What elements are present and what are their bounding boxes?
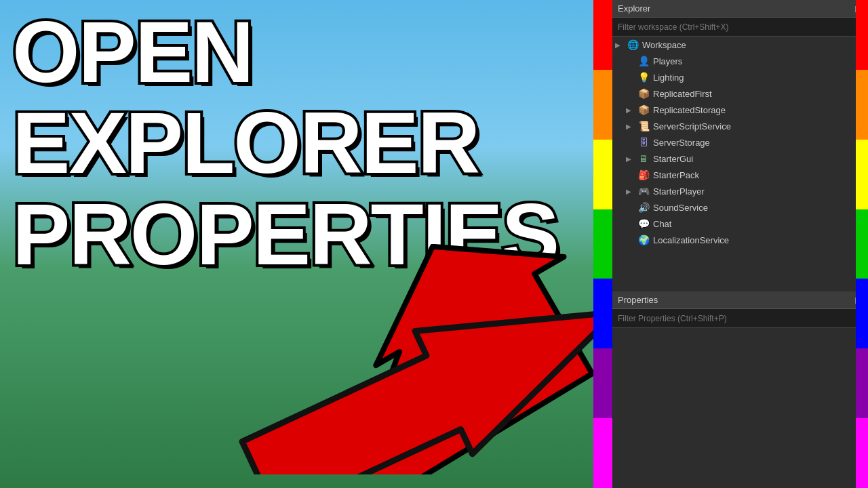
chevron-icon: ▶ bbox=[626, 106, 637, 114]
item-label: Workspace bbox=[642, 40, 686, 50]
item-label: Chat bbox=[653, 219, 671, 229]
explorer-list-item[interactable]: 👤Players bbox=[612, 53, 868, 69]
item-icon: 📜 bbox=[637, 119, 650, 133]
explorer-filter[interactable]: Filter workspace (Ctrl+Shift+X) bbox=[612, 18, 868, 37]
item-label: Players bbox=[653, 56, 682, 66]
item-label: ServerScriptService bbox=[653, 121, 731, 131]
item-label: SoundService bbox=[653, 203, 708, 213]
item-icon: 🌍 bbox=[637, 233, 650, 247]
properties-content bbox=[612, 328, 868, 488]
explorer-list-item[interactable]: 🌍LocalizationService bbox=[612, 232, 868, 248]
rainbow-bar bbox=[593, 0, 612, 488]
chevron-icon: ▶ bbox=[626, 123, 637, 130]
chevron-icon: ▶ bbox=[626, 188, 637, 195]
filter-workspace-text: Filter workspace (Ctrl+Shift+X) bbox=[618, 22, 728, 32]
properties-header: Properties ⊟ bbox=[612, 291, 868, 309]
item-icon: 🗄 bbox=[637, 136, 650, 149]
item-label: StarterPack bbox=[653, 170, 699, 180]
item-icon: 🌐 bbox=[626, 38, 639, 52]
explorer-panel: Explorer ⊟ Filter workspace (Ctrl+Shift+… bbox=[612, 0, 868, 291]
explorer-list: ▶🌐Workspace👤Players💡Lighting📦ReplicatedF… bbox=[612, 37, 868, 291]
explorer-list-item[interactable]: 📦ReplicatedFirst bbox=[612, 85, 868, 102]
item-label: StarterGui bbox=[653, 154, 693, 164]
item-icon: 🔊 bbox=[637, 201, 650, 214]
item-label: ServerStorage bbox=[653, 138, 710, 148]
properties-filter[interactable]: Filter Properties (Ctrl+Shift+P) bbox=[612, 309, 868, 328]
item-icon: 👤 bbox=[637, 54, 650, 68]
background-scene bbox=[0, 0, 614, 488]
item-icon: 💬 bbox=[637, 217, 650, 230]
item-label: Lighting bbox=[653, 73, 684, 83]
properties-title: Properties bbox=[618, 295, 658, 305]
item-label: LocalizationService bbox=[653, 235, 729, 245]
explorer-list-item[interactable]: ▶🎮StarterPlayer bbox=[612, 183, 868, 199]
rainbow-right-bar bbox=[856, 0, 868, 488]
filter-properties-text: Filter Properties (Ctrl+Shift+P) bbox=[618, 314, 727, 323]
item-icon: 🎒 bbox=[637, 168, 650, 182]
explorer-list-item[interactable]: ▶🖥StarterGui bbox=[612, 150, 868, 167]
explorer-list-item[interactable]: 💡Lighting bbox=[612, 69, 868, 85]
explorer-title: Explorer bbox=[618, 3, 650, 14]
item-label: StarterPlayer bbox=[653, 186, 705, 197]
item-label: ReplicatedStorage bbox=[653, 105, 726, 115]
item-label: ReplicatedFirst bbox=[653, 89, 712, 99]
item-icon: 📦 bbox=[637, 87, 650, 100]
chevron-icon: ▶ bbox=[615, 41, 626, 49]
item-icon: 🖥 bbox=[637, 152, 650, 165]
explorer-list-item[interactable]: 🎒StarterPack bbox=[612, 167, 868, 183]
chevron-icon: ▶ bbox=[626, 155, 637, 163]
item-icon: 🎮 bbox=[637, 184, 650, 198]
item-icon: 💡 bbox=[637, 70, 650, 84]
explorer-list-item[interactable]: 🔊SoundService bbox=[612, 199, 868, 216]
explorer-list-item[interactable]: ▶🌐Workspace bbox=[612, 37, 868, 53]
explorer-list-item[interactable]: 🗄ServerStorage bbox=[612, 134, 868, 150]
explorer-list-item[interactable]: ▶📜ServerScriptService bbox=[612, 118, 868, 134]
item-icon: 📦 bbox=[637, 103, 650, 117]
explorer-list-item[interactable]: 💬Chat bbox=[612, 216, 868, 232]
explorer-header: Explorer ⊟ bbox=[612, 0, 868, 18]
properties-panel: Properties ⊟ Filter Properties (Ctrl+Shi… bbox=[612, 291, 868, 488]
explorer-list-item[interactable]: ▶📦ReplicatedStorage bbox=[612, 102, 868, 118]
